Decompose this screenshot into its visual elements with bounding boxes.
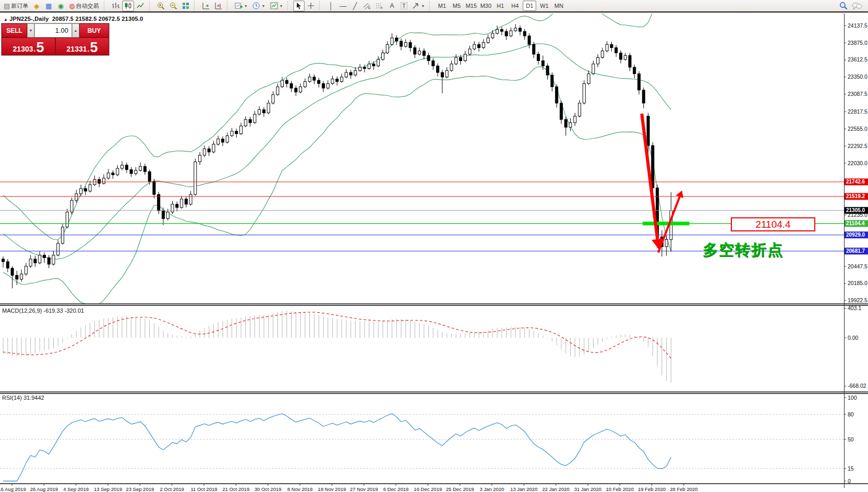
svg-text:0: 0 [848,478,851,484]
svg-text:27 Nov 2019: 27 Nov 2019 [350,486,378,492]
ask-price-display[interactable]: 21331.5 [55,38,109,55]
support-price-label[interactable]: 21104.4 [731,217,815,231]
toolbar-separator [287,1,291,10]
new-order-label: 新订单 [11,2,28,10]
svg-text:20929.0: 20929.0 [846,232,865,238]
bollinger-middle-band [3,44,671,259]
horizontal-line-tool-button[interactable]: — [337,1,348,11]
sound-button[interactable]: ◉ [55,1,66,11]
price-pane [3,14,671,306]
support-highlight-bar[interactable] [643,222,689,225]
auto-trading-button[interactable]: ◍ 自动交易 [67,1,101,11]
timeframe-button-m15[interactable]: M15 [464,1,478,11]
crosshair-tool-button[interactable] [305,1,317,11]
timeframe-button-d1[interactable]: D1 [523,1,536,11]
toolbar-separator [319,1,323,10]
bid-price-display[interactable]: 21303.5 [2,38,55,55]
templates-button[interactable]: ▼ [268,1,285,11]
svg-text:403.1: 403.1 [848,305,861,311]
tile-windows-icon [182,2,189,9]
svg-text:22555.0: 22555.0 [848,126,867,132]
horizontal-line-icon: — [340,3,346,9]
toolbar-separator [194,1,198,10]
collapse-panel-icon[interactable]: ▲ [4,17,8,22]
sell-button[interactable]: SELL [2,23,27,38]
timeframe-bar: M1M5M15M30H1H4D1W1MN [435,1,565,11]
rsi-line [3,414,671,481]
timeframe-button-m5[interactable]: M5 [450,1,463,11]
chart-shift-icon [214,2,222,9]
toolbar-separator [429,1,433,10]
svg-text:31 Jan 2020: 31 Jan 2020 [574,486,601,492]
svg-text:19922.5: 19922.5 [848,297,867,303]
rsi-pane [0,414,844,481]
svg-text:13 Sep 2019: 13 Sep 2019 [94,486,122,492]
svg-text:23875.0: 23875.0 [848,40,867,46]
line-chart-button[interactable] [135,1,147,11]
dropdown-caret-icon: ▼ [421,4,425,8]
buy-button[interactable]: BUY [79,23,109,38]
tile-windows-button[interactable] [180,1,191,11]
data-window-button[interactable]: ▦ [43,1,54,11]
chart-shift-button[interactable] [212,1,224,11]
metaquotes-button[interactable]: ◆ [31,1,42,11]
timeframe-button-w1[interactable]: W1 [537,1,551,11]
svg-text:F: F [381,6,383,9]
toolbar-separator [227,1,231,10]
svg-text:0.00: 0.00 [848,335,859,341]
bid-price-main: 21303 [13,45,33,53]
dropdown-caret-icon: ▼ [280,4,283,8]
cursor-tool-button[interactable] [293,1,305,11]
rsi-indicator-label: RSI(14) 31.9442 [2,395,44,401]
svg-text:23087.5: 23087.5 [848,91,867,97]
volume-decrease-button[interactable]: ▼ [27,23,34,38]
fibonacci-tool-button[interactable]: F [373,1,385,11]
candlestick-chart-button[interactable] [122,1,134,11]
date-axis[interactable]: 16 Aug 201926 Aug 20194 Sep 201913 Sep 2… [0,484,698,492]
vertical-line-tool-button[interactable]: │ [325,1,336,11]
bollinger-lower-band [3,67,671,306]
svg-text:23612.5: 23612.5 [848,56,867,63]
label-tool-button[interactable]: T [398,1,409,11]
periods-button[interactable]: ▼ [250,1,268,11]
timeframe-button-m1[interactable]: M1 [435,1,449,11]
trendline-icon: ╱ [353,3,357,9]
arrows-tool-button[interactable]: ▼ [410,1,427,11]
svg-text:24137.5: 24137.5 [848,22,867,29]
one-click-trading-panel: SELL ▼ 1.00 ▲ BUY 21303.5 21331.5 [1,23,110,56]
vertical-line-icon: │ [329,3,333,9]
bar-chart-button[interactable] [110,1,122,11]
channel-tool-button[interactable]: E [361,1,373,11]
zoom-in-button[interactable] [155,1,167,11]
volume-input[interactable]: 1.00 [34,23,72,38]
timeframe-button-h1[interactable]: H1 [493,1,507,11]
svg-text:21104.4: 21104.4 [846,220,865,226]
new-chart-button[interactable]: ▼ [233,1,250,11]
bar-chart-icon [112,2,119,9]
trendline-tool-button[interactable]: ╱ [349,1,360,11]
timeframe-button-mn[interactable]: MN [552,1,565,11]
turning-point-note[interactable]: 多空转折点 [703,240,783,261]
zoom-out-button[interactable] [167,1,179,11]
timeframe-button-h4[interactable]: H4 [508,1,522,11]
svg-text:30 Oct 2019: 30 Oct 2019 [255,486,282,492]
new-order-button[interactable]: ▤ 新订单 [2,1,30,11]
timeframe-button-m30[interactable]: M30 [479,1,492,11]
svg-text:2 Oct 2019: 2 Oct 2019 [160,486,184,492]
text-tool-button[interactable]: A [386,1,397,11]
chart-symbol-header: ▲JPN225-,Daily 20857.5 21582.5 20672.5 2… [4,16,143,22]
auto-scroll-button[interactable] [200,1,212,11]
svg-text:28 Feb 2020: 28 Feb 2020 [670,486,697,492]
search-icon[interactable] [839,2,848,10]
symbol-period-label: JPN225-,Daily [9,16,49,22]
svg-text:19 Feb 2020: 19 Feb 2020 [638,486,666,492]
chat-icon[interactable] [852,2,862,10]
volume-increase-button[interactable]: ▲ [72,23,79,38]
svg-text:11 Oct 2019: 11 Oct 2019 [190,486,217,492]
svg-text:22817.5: 22817.5 [848,108,867,115]
arrows-icon [412,3,419,9]
candlestick-chart-icon [124,2,132,9]
candlestick-series [2,24,672,288]
svg-text:23 Sep 2019: 23 Sep 2019 [126,486,154,492]
svg-text:22030.0: 22030.0 [848,160,867,166]
